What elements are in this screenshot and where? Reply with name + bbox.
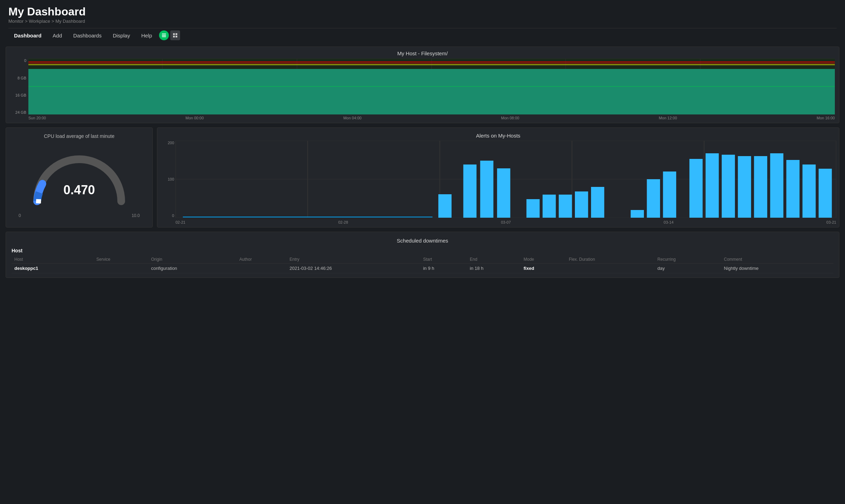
svg-rect-17 [28,69,835,114]
alerts-title: Alerts on My-Hosts [160,131,836,141]
gauge-min: 0 [19,213,21,218]
alerts-x-0221: 02-21 [176,220,185,224]
cell-entry: 2021-03-02 14:46:26 [287,264,420,273]
col-end: End [467,255,521,264]
fs-label-16: 16 GB [10,93,28,97]
nav-item-dashboards[interactable]: Dashboards [68,31,107,40]
alerts-y-200: 200 [160,141,174,145]
col-entry: Entry [287,255,420,264]
nav-item-display[interactable]: Display [107,31,136,40]
svg-rect-4 [176,33,177,35]
svg-rect-1 [162,35,166,36]
fs-x-mon04: Mon 04:00 [343,116,362,120]
gauge-svg: 0.470 [27,142,132,212]
downtimes-panel: Scheduled downtimes Host Host Service Or… [6,232,839,278]
svg-rect-22 [36,199,41,203]
svg-rect-43 [631,210,644,218]
col-mode: Mode [521,255,566,264]
table-row: deskoppc1 configuration 2021-03-02 14:46… [12,264,833,273]
two-col-row: CPU load average of last minute 0.470 0 [6,127,839,227]
fs-x-mon08: Mon 08:00 [501,116,519,120]
nav-bar: Dashboard Add Dashboards Display Help [8,28,837,42]
svg-rect-34 [438,194,452,218]
page-title: My Dashboard [8,6,837,18]
fs-label-0: 0 [10,58,28,63]
svg-rect-35 [463,164,476,218]
svg-rect-6 [176,36,177,37]
fs-x-axis: Sun 20:00 Mon 00:00 Mon 04:00 Mon 08:00 … [28,114,835,120]
header: My Dashboard Monitor > Workplace > My Da… [0,0,845,42]
fs-x-mon16: Mon 16:00 [817,116,835,120]
grid-icon[interactable] [170,30,180,40]
svg-rect-41 [575,191,588,218]
cell-host: deskoppc1 [12,264,94,273]
svg-rect-53 [803,164,816,218]
nav-item-help[interactable]: Help [136,31,158,40]
svg-rect-3 [173,33,175,35]
gauge-title: CPU load average of last minute [12,133,147,139]
cell-flex-duration [566,264,655,273]
cell-author [236,264,287,273]
fs-x-mon12: Mon 12:00 [659,116,677,120]
fs-chart-canvas-area [28,58,835,114]
filesystem-panel: My Host - Filesystem/ 24 GB 16 GB 8 GB 0 [6,47,839,123]
fs-y-labels: 24 GB 16 GB 8 GB 0 [10,58,28,114]
main-content: My Host - Filesystem/ 24 GB 16 GB 8 GB 0 [0,42,845,282]
col-flex-duration: Flex. Duration [566,255,655,264]
nav-item-dashboard[interactable]: Dashboard [8,31,47,40]
nav-item-add[interactable]: Add [47,31,68,40]
fs-label-8: 8 GB [10,76,28,80]
svg-rect-49 [738,156,751,218]
svg-rect-42 [591,187,604,218]
svg-rect-45 [663,172,676,218]
svg-rect-44 [647,179,660,218]
downtimes-section-header: Host [12,248,833,253]
col-service: Service [94,255,148,264]
cell-origin: configuration [148,264,236,273]
downtimes-header-row: Host Service Origin Author Entry Start E… [12,255,833,264]
col-start: Start [420,255,467,264]
svg-rect-37 [497,168,510,218]
svg-rect-50 [754,156,767,218]
alerts-y-100: 100 [160,177,174,181]
svg-rect-52 [786,160,800,218]
svg-rect-51 [770,153,783,218]
svg-rect-47 [706,153,719,218]
alerts-y-labels: 0 100 200 [160,141,174,218]
svg-rect-46 [689,159,703,218]
breadcrumb: Monitor > Workplace > My Dashboard [8,19,837,24]
svg-rect-48 [722,155,735,218]
cell-service [94,264,148,273]
fs-svg [28,58,835,114]
svg-rect-5 [173,36,175,37]
svg-rect-2 [162,36,166,37]
alerts-x-0307: 03-07 [501,220,511,224]
downtimes-tbody: deskoppc1 configuration 2021-03-02 14:46… [12,264,833,273]
gauge-labels: 0 10.0 [12,213,147,218]
gauge-max: 10.0 [132,213,140,218]
svg-text:0.470: 0.470 [63,183,95,197]
svg-rect-40 [559,195,572,218]
alerts-x-labels: 02-21 02-28 03-07 03-14 03-21 [176,219,836,224]
svg-rect-38 [527,199,540,218]
downtimes-thead: Host Service Origin Author Entry Start E… [12,255,833,264]
downtimes-title: Scheduled downtimes [12,236,833,248]
alerts-chart-wrapper: 0 100 200 [160,141,836,224]
cell-recurring: day [655,264,721,273]
svg-rect-54 [819,169,832,218]
cell-comment: Nightly downtime [721,264,833,273]
gauge-panel: CPU load average of last minute 0.470 0 [6,127,153,227]
fs-x-sun20: Sun 20:00 [28,116,46,120]
col-comment: Comment [721,255,833,264]
fs-x-mon00: Mon 00:00 [186,116,204,120]
cell-end: in 18 h [467,264,521,273]
cell-mode: fixed [521,264,566,273]
fs-label-24: 24 GB [10,110,28,114]
filesystem-title: My Host - Filesystem/ [6,47,839,58]
gauge-container: 0.470 [12,142,147,212]
col-recurring: Recurring [655,255,721,264]
filesystem-chart: 24 GB 16 GB 8 GB 0 [6,58,839,123]
menu-icon[interactable] [159,30,169,40]
alerts-x-0314: 03-14 [664,220,673,224]
alerts-svg [176,141,836,218]
